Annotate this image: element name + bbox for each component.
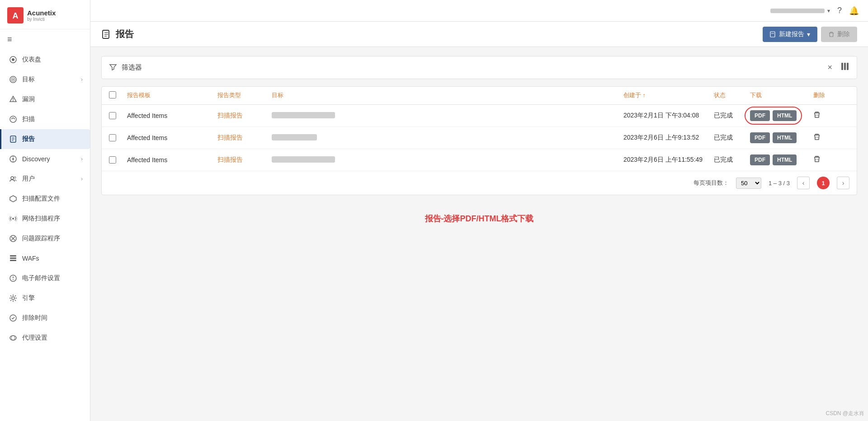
row1-pdf-button[interactable]: PDF	[750, 110, 770, 121]
table-row: Affected Items 扫描报告 2023年2月6日 上午11:55:49…	[102, 149, 857, 171]
page-1-button[interactable]: 1	[817, 177, 830, 189]
sidebar-item-reports[interactable]: 报告	[0, 129, 90, 149]
email-settings-icon	[9, 274, 18, 283]
row2-target	[272, 134, 623, 142]
delete-icon	[828, 31, 835, 37]
svg-rect-43	[847, 63, 849, 70]
sidebar-item-scan-profiles[interactable]: 扫描配置文件	[0, 189, 90, 209]
col-header-created: 创建于 ↑	[623, 91, 714, 100]
row1-download: PDF HTML	[750, 110, 813, 121]
row3-target	[272, 156, 623, 164]
user-dropdown-arrow[interactable]: ▾	[827, 8, 830, 14]
main-content: ▾ ? 🔔 报告 新建报告 ▾ 删除	[90, 0, 868, 421]
sidebar-item-wafs[interactable]: WAFs	[0, 248, 90, 268]
row2-type[interactable]: 扫描报告	[217, 134, 272, 142]
sidebar-item-issue-tracker[interactable]: 问题跟踪程序	[0, 229, 90, 248]
sidebar-item-users[interactable]: 用户 ›	[0, 169, 90, 189]
sidebar-item-vulnerabilities[interactable]: 漏洞	[0, 89, 90, 109]
logo-text-area: Acunetix by Invicti	[27, 9, 56, 22]
hamburger-button[interactable]: ≡	[7, 35, 12, 44]
sidebar-item-label: 引擎	[22, 294, 83, 302]
sidebar: A Acunetix by Invicti ≡ 仪表盘 目标 ›	[0, 0, 90, 421]
page-title-icon	[101, 29, 111, 39]
sidebar-item-engines[interactable]: 引擎	[0, 288, 90, 308]
sidebar-item-dashboard[interactable]: 仪表盘	[0, 50, 90, 70]
svg-point-19	[11, 177, 14, 179]
table-header: 报告模板 报告类型 目标 创建于 ↑ 状态 下载 删除	[102, 87, 857, 105]
vulnerabilities-icon	[9, 95, 18, 104]
row1-type[interactable]: 扫描报告	[217, 112, 272, 120]
svg-text:A: A	[13, 11, 19, 20]
wafs-icon	[9, 254, 18, 263]
col-header-target: 目标	[272, 91, 623, 100]
col-header-download: 下载	[750, 91, 813, 100]
sidebar-item-label: 扫描	[22, 115, 83, 123]
sidebar-item-label: 目标	[22, 75, 76, 84]
row2-html-button[interactable]: HTML	[773, 132, 797, 143]
svg-rect-25	[10, 255, 16, 257]
exclusions-icon	[9, 313, 18, 323]
help-icon[interactable]: ?	[837, 6, 842, 15]
row1-checkbox[interactable]	[109, 112, 116, 119]
row3-type[interactable]: 扫描报告	[217, 156, 272, 164]
row2-delete	[813, 133, 849, 142]
svg-point-3	[12, 58, 14, 61]
sidebar-item-scans[interactable]: 扫描	[0, 109, 90, 129]
annotation-text: 报告-选择PDF/HTML格式下载	[101, 195, 857, 233]
sidebar-item-label: 问题跟踪程序	[22, 234, 83, 243]
sidebar-item-label: 用户	[22, 175, 76, 183]
svg-point-33	[10, 336, 16, 340]
row2-delete-button[interactable]	[813, 134, 821, 142]
sidebar-item-label: 排除时间	[22, 314, 83, 322]
sidebar-item-proxy[interactable]: 代理设置	[0, 328, 90, 348]
row3-html-button[interactable]: HTML	[773, 154, 797, 165]
row1-created: 2023年2月1日 下午3:04:08	[623, 112, 714, 120]
sidebar-item-label: Discovery	[22, 155, 76, 163]
row3-delete	[813, 155, 849, 164]
row2-download: PDF HTML	[750, 132, 813, 143]
table-row: Affected Items 扫描报告 2023年2月1日 下午3:04:08 …	[102, 105, 857, 127]
header-actions: 新建报告 ▾ 删除	[763, 27, 857, 42]
dropdown-arrow: ▾	[807, 31, 810, 38]
next-page-button[interactable]: ›	[837, 177, 849, 189]
row2-target-blurred	[272, 134, 317, 140]
select-all-checkbox[interactable]	[109, 91, 116, 98]
scan-profiles-icon	[9, 194, 18, 203]
row2-checkbox[interactable]	[109, 134, 116, 141]
users-icon	[9, 174, 18, 183]
per-page-label: 每页项目数：	[693, 179, 729, 187]
svg-point-21	[12, 218, 14, 220]
col-header-status: 状态	[714, 91, 750, 100]
report-table: 报告模板 报告类型 目标 创建于 ↑ 状态 下载 删除 Affected Ite…	[101, 86, 857, 195]
new-report-label: 新建报告	[779, 30, 804, 38]
prev-page-button[interactable]: ‹	[797, 177, 810, 189]
svg-point-6	[13, 79, 14, 80]
row2-pdf-button[interactable]: PDF	[750, 132, 770, 143]
engines-icon	[9, 294, 18, 303]
filter-close-button[interactable]: ×	[827, 63, 832, 72]
logo-title: Acunetix	[27, 9, 56, 17]
page-title-area: 报告	[101, 28, 134, 40]
sidebar-item-email-settings[interactable]: 电子邮件设置	[0, 268, 90, 288]
row3-checkbox[interactable]	[109, 156, 116, 164]
top-navigation: ▾ ? 🔔	[90, 0, 868, 22]
row3-target-blurred	[272, 156, 335, 163]
row3-template: Affected Items	[127, 156, 217, 164]
logo-subtitle: by Invicti	[27, 17, 56, 22]
row1-delete-button[interactable]	[813, 112, 821, 120]
per-page-select[interactable]: 50 25 100	[736, 178, 761, 189]
filter-columns-button[interactable]	[840, 62, 849, 73]
row3-pdf-button[interactable]: PDF	[750, 154, 770, 165]
sidebar-item-targets[interactable]: 目标 ›	[0, 70, 90, 89]
bell-icon[interactable]: 🔔	[849, 6, 859, 16]
new-report-button[interactable]: 新建报告 ▾	[763, 27, 817, 42]
row1-html-button[interactable]: HTML	[773, 110, 797, 121]
row3-delete-button[interactable]	[813, 156, 821, 164]
user-dropdown[interactable]: ▾	[770, 8, 830, 14]
sidebar-item-discovery[interactable]: Discovery ›	[0, 149, 90, 169]
svg-point-30	[13, 279, 14, 280]
row2-checkbox-cell	[109, 134, 127, 141]
sidebar-item-network-scanner[interactable]: 网络扫描程序	[0, 209, 90, 229]
delete-button[interactable]: 删除	[821, 27, 857, 42]
sidebar-item-exclusions[interactable]: 排除时间	[0, 308, 90, 328]
